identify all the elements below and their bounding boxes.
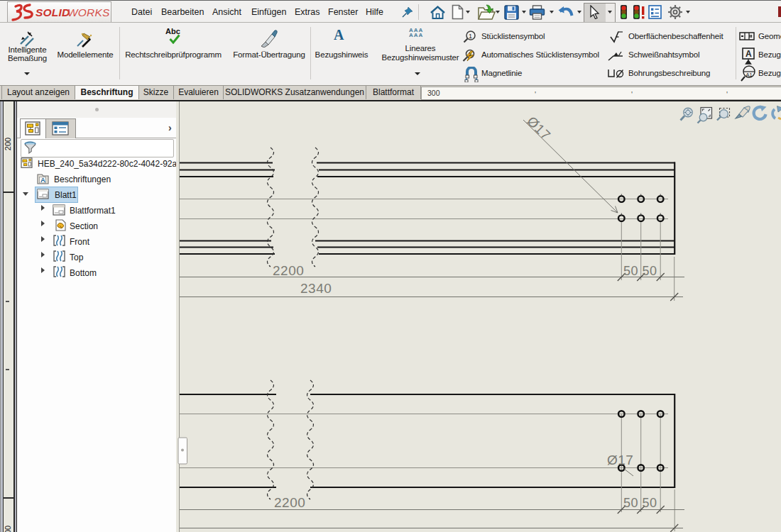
svg-text:A: A — [746, 49, 752, 59]
svg-text:50: 50 — [623, 496, 638, 510]
svg-text:50: 50 — [643, 264, 657, 278]
svg-text:A1: A1 — [746, 72, 753, 78]
svg-text:1: 1 — [469, 51, 472, 57]
svg-text:WORKS: WORKS — [67, 6, 110, 18]
svg-text:1: 1 — [469, 33, 472, 40]
svg-text:A: A — [40, 176, 45, 184]
svg-text:2200: 2200 — [273, 263, 304, 278]
svg-text:2340: 2340 — [300, 281, 332, 296]
svg-text:SOLID: SOLID — [36, 6, 70, 18]
svg-text:50: 50 — [623, 264, 638, 278]
svg-text:2200: 2200 — [274, 495, 305, 510]
svg-text:Ø17: Ø17 — [607, 453, 633, 467]
svg-text:50: 50 — [643, 496, 657, 510]
